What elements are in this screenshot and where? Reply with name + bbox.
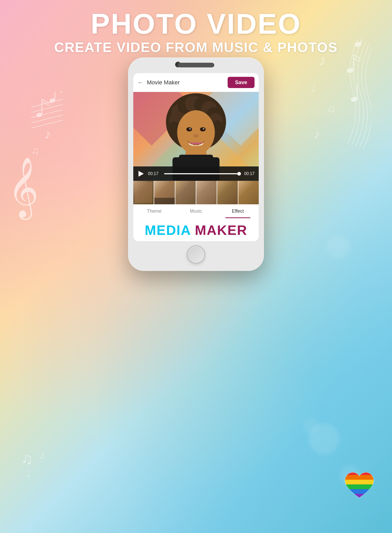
progress-handle[interactable] (237, 172, 241, 176)
brand-word2: MAKER (195, 223, 247, 238)
play-icon (139, 171, 144, 177)
svg-point-42 (186, 127, 192, 131)
app-header: ← Movie Maker Save (133, 73, 259, 92)
play-button[interactable] (137, 170, 145, 177)
svg-text:♪: ♪ (314, 127, 320, 141)
total-time: 00:17 (244, 171, 255, 176)
save-button[interactable]: Save (228, 77, 255, 88)
svg-point-45 (203, 128, 204, 130)
phone-top-bar (133, 63, 259, 70)
thumbnail-4[interactable] (196, 181, 217, 204)
svg-point-17 (347, 68, 354, 73)
phone-mockup: ← Movie Maker Save (128, 57, 264, 271)
main-title: PHOTO VIDEO (0, 8, 392, 39)
subtitle: CREATE VIDEO FROM MUSIC & PHOTOS (0, 39, 392, 55)
video-player[interactable]: 00:17 00:17 (133, 92, 259, 181)
home-button[interactable] (187, 245, 205, 264)
svg-text:♪: ♪ (44, 127, 51, 141)
thumbnail-5[interactable] (217, 181, 238, 204)
app-title: Movie Maker (147, 79, 228, 86)
svg-text:♫: ♫ (31, 145, 39, 156)
phone-body: ← Movie Maker Save (128, 57, 264, 271)
video-controls-bar: 00:17 00:17 (133, 166, 259, 181)
svg-line-19 (353, 55, 361, 59)
thumbnail-2[interactable] (154, 181, 175, 204)
progress-bar[interactable] (164, 173, 241, 174)
thumbnail-3[interactable] (175, 181, 196, 204)
svg-point-43 (200, 127, 206, 131)
svg-text:♩: ♩ (311, 82, 316, 94)
rainbow-heart (342, 470, 376, 502)
tab-effect[interactable]: Effect (217, 208, 259, 216)
phone-bottom (133, 241, 259, 266)
bokeh-3 (303, 418, 319, 434)
svg-point-46 (193, 134, 199, 138)
thumbnail-6[interactable] (238, 181, 259, 204)
title-area: PHOTO VIDEO CREATE VIDEO FROM MUSIC & PH… (0, 8, 392, 55)
svg-rect-52 (179, 155, 213, 163)
svg-text:♫: ♫ (21, 450, 33, 467)
tabs-bar: Theme Music Effect (133, 204, 259, 218)
svg-point-41 (177, 110, 215, 155)
back-button[interactable]: ← (137, 79, 143, 86)
svg-rect-57 (342, 489, 376, 494)
progress-fill (164, 173, 241, 174)
right-music-notes: ♪ ♫ ♩ ♪ (306, 39, 371, 171)
phone-speaker (178, 63, 214, 67)
left-music-notes: ♪ ♫ (26, 91, 68, 171)
thumbnail-strip (133, 181, 259, 204)
tab-music[interactable]: Music (175, 208, 217, 216)
svg-text:♪: ♪ (39, 448, 45, 461)
brand-word1: MEDIA (145, 223, 191, 238)
app-brand: MEDIA MAKER (133, 218, 259, 241)
svg-point-44 (189, 128, 191, 130)
current-time: 00:17 (148, 171, 161, 176)
svg-rect-55 (342, 480, 376, 484)
bokeh-4 (327, 235, 350, 259)
phone-screen: ← Movie Maker Save (133, 73, 259, 241)
svg-point-21 (350, 96, 358, 102)
tab-theme[interactable]: Theme (133, 208, 175, 216)
bottom-left-notes: ♫ ♪ ♩ (21, 448, 60, 481)
svg-text:♩: ♩ (26, 469, 31, 479)
svg-text:♫: ♫ (327, 102, 336, 115)
svg-line-8 (55, 91, 63, 93)
thumbnail-1[interactable] (133, 181, 154, 204)
